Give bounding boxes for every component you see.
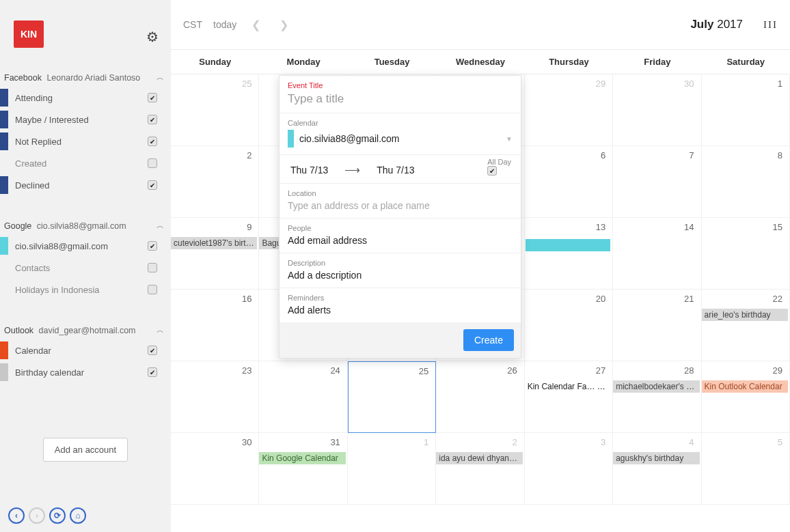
- color-swatch: [0, 89, 8, 107]
- add-account-button[interactable]: Add an account: [43, 438, 128, 462]
- day-cell[interactable]: 31Kin Google Calendar: [259, 433, 347, 505]
- weekday-label: Wednesday: [436, 50, 524, 74]
- day-cell[interactable]: 16: [171, 290, 259, 361]
- day-cell[interactable]: 2: [171, 146, 259, 218]
- refresh-icon[interactable]: ⟳: [49, 507, 66, 524]
- day-cell[interactable]: 1: [348, 433, 436, 505]
- color-swatch: [0, 154, 8, 172]
- event-highlight[interactable]: [526, 239, 610, 251]
- day-cell[interactable]: 7: [613, 146, 701, 218]
- calendar-source-item[interactable]: Birthday calendar✔: [0, 361, 171, 383]
- weekday-label: Saturday: [702, 50, 790, 74]
- people-input[interactable]: Add email address: [288, 235, 513, 246]
- day-cell[interactable]: 30: [613, 74, 701, 146]
- day-cell[interactable]: 26: [436, 361, 524, 433]
- calendar-event[interactable]: Kin Outlook Calendar: [702, 380, 788, 393]
- calendar-select[interactable]: cio.silvia88@gmail.com ▼: [288, 130, 513, 148]
- day-number: 5: [778, 437, 782, 447]
- calendar-source-item[interactable]: Calendar✔: [0, 339, 171, 361]
- view-menu-icon[interactable]: III: [763, 19, 778, 31]
- day-cell[interactable]: 23: [171, 361, 259, 433]
- calendar-source-item[interactable]: Holidays in Indonesia✔: [0, 279, 171, 300]
- create-button[interactable]: Create: [463, 329, 514, 351]
- day-cell[interactable]: 20: [525, 290, 613, 361]
- calendar-source-item[interactable]: Attending✔: [0, 87, 171, 109]
- day-cell[interactable]: 1: [702, 74, 790, 146]
- location-input[interactable]: Type an address or a place name: [288, 200, 513, 211]
- day-cell[interactable]: 5: [702, 433, 790, 505]
- source-checkbox[interactable]: ✔: [148, 93, 157, 102]
- date-to[interactable]: Thu 7/13: [377, 165, 414, 176]
- source-checkbox[interactable]: ✔: [148, 241, 157, 251]
- color-swatch: [0, 259, 8, 277]
- source-group-header[interactable]: Facebook Leonardo Ariadi Santoso︿: [0, 68, 171, 87]
- day-cell[interactable]: 22arie_leo's birthday: [702, 290, 790, 361]
- calendar-source-item[interactable]: Contacts✔: [0, 257, 171, 279]
- next-arrow-icon[interactable]: ❯: [275, 18, 292, 31]
- source-checkbox[interactable]: ✔: [148, 346, 157, 355]
- day-cell[interactable]: 8: [702, 146, 790, 218]
- description-input[interactable]: Add a description: [288, 270, 513, 281]
- source-group-header[interactable]: Outlook david_gear@hotmail.com︿: [0, 321, 171, 339]
- calendar-event[interactable]: Kin Calendar Fa… 17:00: [525, 380, 611, 393]
- calendar-source-item[interactable]: cio.silvia88@gmail.com✔: [0, 235, 171, 257]
- calendar-header: CST today ❮ ❯ July 2017 III: [171, 0, 790, 49]
- day-cell[interactable]: 6: [525, 146, 613, 218]
- allday-checkbox[interactable]: ✔: [487, 166, 497, 176]
- day-cell[interactable]: 25: [171, 74, 259, 146]
- calendar-source-item[interactable]: Created✔: [0, 152, 171, 174]
- calendar-event[interactable]: ida ayu dewi dhyana…: [436, 452, 522, 464]
- source-checkbox[interactable]: ✔: [148, 137, 157, 146]
- day-cell[interactable]: 24: [259, 361, 347, 433]
- color-swatch: [0, 363, 8, 381]
- calendar-event[interactable]: cuteviolet1987's birt…: [171, 237, 257, 249]
- calendar-source-item[interactable]: Not Replied✔: [0, 130, 171, 152]
- dropdown-icon: ▼: [506, 135, 513, 143]
- day-cell[interactable]: 27Kin Calendar Fa… 17:00: [525, 361, 613, 433]
- day-cell[interactable]: 29: [525, 74, 613, 146]
- calendar-source-item[interactable]: Declined✔: [0, 174, 171, 196]
- day-cell[interactable]: 9cuteviolet1987's birt…: [171, 218, 259, 290]
- calendar-event[interactable]: Kin Google Calendar: [259, 452, 345, 464]
- weekday-label: Thursday: [525, 50, 613, 74]
- source-checkbox[interactable]: ✔: [148, 180, 157, 190]
- settings-gear-icon[interactable]: ⚙: [146, 29, 159, 45]
- back-icon[interactable]: ‹: [8, 507, 25, 524]
- day-number: 30: [242, 437, 251, 447]
- event-title-input[interactable]: [288, 92, 513, 106]
- day-number: 14: [684, 222, 694, 232]
- source-checkbox[interactable]: ✔: [148, 367, 157, 377]
- day-cell[interactable]: 30: [171, 433, 259, 505]
- reminders-input[interactable]: Add alerts: [288, 305, 513, 316]
- day-number: 3: [601, 437, 605, 447]
- color-swatch: [0, 281, 8, 298]
- weekday-label: Friday: [613, 50, 701, 74]
- home-icon[interactable]: ⌂: [70, 507, 86, 524]
- source-group-header[interactable]: Google cio.silvia88@gmail.com︿: [0, 216, 171, 235]
- source-checkbox[interactable]: ✔: [148, 158, 157, 168]
- day-cell[interactable]: 2ida ayu dewi dhyana…: [436, 433, 524, 505]
- day-cell[interactable]: 3: [525, 433, 613, 505]
- day-cell[interactable]: 14: [613, 218, 701, 290]
- today-button[interactable]: today: [213, 19, 236, 30]
- date-from[interactable]: Thu 7/13: [290, 165, 328, 176]
- calendar-event[interactable]: michaelbodekaer's b…: [613, 380, 699, 393]
- timezone-label[interactable]: CST: [183, 19, 202, 30]
- day-cell[interactable]: 4aguskhy's birthday: [613, 433, 701, 505]
- calendar-event[interactable]: aguskhy's birthday: [613, 452, 699, 464]
- source-checkbox[interactable]: ✔: [148, 285, 157, 294]
- calendar-source-item[interactable]: Maybe / Interested✔: [0, 109, 171, 130]
- day-cell[interactable]: 28michaelbodekaer's b…: [613, 361, 701, 433]
- day-number: 9: [247, 222, 251, 232]
- day-cell[interactable]: 29Kin Outlook Calendar: [702, 361, 790, 433]
- prev-arrow-icon[interactable]: ❮: [247, 18, 264, 31]
- source-checkbox[interactable]: ✔: [148, 263, 157, 272]
- day-cell[interactable]: 21: [613, 290, 701, 361]
- day-cell[interactable]: 13: [525, 218, 613, 290]
- calendar-event[interactable]: arie_leo's birthday: [702, 309, 788, 321]
- source-checkbox[interactable]: ✔: [148, 115, 157, 124]
- weekday-label: Tuesday: [348, 50, 436, 74]
- day-cell[interactable]: 25: [348, 361, 436, 433]
- reminders-label: Reminders: [288, 294, 513, 302]
- day-cell[interactable]: 15: [702, 218, 790, 290]
